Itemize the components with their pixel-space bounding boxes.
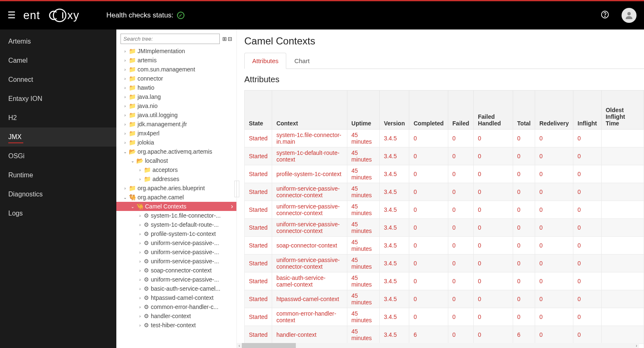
tree-node-localhost[interactable]: ⌄📂localhost	[116, 156, 236, 165]
page-title: Camel Contexts	[244, 35, 644, 47]
tree-node-java.lang[interactable]: ›📁java.lang	[116, 92, 236, 101]
tree-node-artemis[interactable]: ›📁artemis	[116, 56, 236, 65]
sidebar-item-logs[interactable]: Logs	[0, 204, 116, 223]
tree-node-context[interactable]: ›⚙soap-connector-context	[116, 266, 236, 275]
tree-node-context[interactable]: ›⚙uniform-service-passive-...	[116, 238, 236, 248]
cell-context: uniform-service-passive-connector-contex…	[272, 255, 347, 272]
column-header[interactable]: Context	[272, 91, 347, 130]
scroll-right-icon[interactable]: ›	[634, 343, 639, 348]
caret-icon: ›	[138, 232, 142, 236]
column-header[interactable]: Failed Handled	[474, 91, 513, 130]
column-header[interactable]: Version	[379, 91, 409, 130]
tree-node-context[interactable]: ›⚙common-error-handler-c...	[116, 302, 236, 311]
cell-fh: 0	[474, 255, 513, 272]
cell-redelivery: 0	[535, 201, 573, 219]
column-header[interactable]: Failed	[448, 91, 473, 130]
cell-fh: 0	[474, 308, 513, 326]
sidebar-item-artemis[interactable]: Artemis	[0, 32, 116, 51]
horizontal-scrollbar[interactable]: ‹ ›	[237, 343, 639, 348]
column-header[interactable]: Redelivery	[535, 91, 573, 130]
cell-oldest	[601, 147, 644, 165]
collapse-all-icon[interactable]: ⊟	[228, 36, 232, 42]
user-avatar[interactable]	[622, 8, 637, 23]
attributes-table: StateContextUptimeVersionCompletedFailed…	[244, 90, 644, 348]
table-row[interactable]: Startedsystem-1c-default-route-context45…	[245, 147, 644, 165]
tree-node-context[interactable]: ›⚙handler-context	[116, 311, 236, 321]
tree-node-context[interactable]: ›⚙test-hiber-context	[116, 321, 236, 330]
column-header[interactable]: Total	[513, 91, 535, 130]
sidebar-item-jmx[interactable]: JMX	[0, 127, 116, 147]
tree-node-jdk.management.jfr[interactable]: ›📁jdk.management.jfr	[116, 120, 236, 129]
expand-all-icon[interactable]: ⊞	[222, 36, 227, 42]
table-row[interactable]: Starteduniform-service-passive-connector…	[245, 219, 644, 237]
column-header[interactable]: State	[245, 91, 272, 130]
tree-node-jmx4perl[interactable]: ›📁jmx4perl	[116, 129, 236, 138]
table-row[interactable]: Startedprofile-system-1c-context45 minut…	[245, 165, 644, 183]
table-row[interactable]: Starteduniform-service-passive-connector…	[245, 255, 644, 272]
table-row[interactable]: Startedcommon-error-handler-context45 mi…	[245, 308, 644, 326]
tree-node-java.nio[interactable]: ›📁java.nio	[116, 101, 236, 110]
sidebar-item-h2[interactable]: H2	[0, 108, 116, 127]
table-row[interactable]: Startedhtpasswd-camel-context45 minutes3…	[245, 290, 644, 308]
table-row[interactable]: Startedsystem-1c.file-connector-in.main4…	[245, 130, 644, 147]
tree-node-camel-contexts[interactable]: ⌄🐫Camel Contexts	[116, 202, 236, 211]
sidebar-item-runtime[interactable]: Runtime	[0, 166, 116, 185]
tree-node-hawtio[interactable]: ›📁hawtio	[116, 83, 236, 92]
sidebar-item-diagnostics[interactable]: Diagnostics	[0, 185, 116, 204]
tree-node-aries[interactable]: ›📁org.apache.aries.blueprint	[116, 184, 236, 193]
scroll-left-icon[interactable]: ‹	[237, 343, 242, 348]
cell-total: 0	[513, 219, 535, 237]
sidebar-item-connect[interactable]: Connect	[0, 70, 116, 89]
tree-node-context[interactable]: ›⚙htpasswd-camel-context	[116, 293, 236, 302]
tree-node-context[interactable]: ›⚙uniform-service-passive-...	[116, 275, 236, 284]
cell-version: 3.4.5	[379, 308, 409, 326]
tree-node-label: org.apache.activemq.artemis	[138, 148, 212, 155]
cell-state: Started	[245, 272, 272, 290]
tree-node-context[interactable]: ›⚙profile-system-1c-context	[116, 229, 236, 238]
sidebar-item-camel[interactable]: Camel	[0, 51, 116, 70]
hamburger-icon[interactable]: ☰	[7, 10, 16, 21]
tree-node-context[interactable]: ›⚙system-1c.file-connector-...	[116, 211, 236, 220]
tree-search-input[interactable]	[120, 34, 220, 44]
tree-node-java.util.logging[interactable]: ›📁java.util.logging	[116, 110, 236, 120]
tree-node-addresses[interactable]: ›📁addresses	[116, 174, 236, 184]
column-header[interactable]: Completed	[409, 91, 448, 130]
tab-attributes[interactable]: Attributes	[244, 53, 286, 69]
cog-icon: ⚙	[144, 276, 149, 283]
table-row[interactable]: Startedbasic-auth-service-camel-context4…	[245, 272, 644, 290]
column-header[interactable]: Inflight	[573, 91, 602, 130]
tree-node-acceptors[interactable]: ›📁acceptors	[116, 165, 236, 174]
column-header[interactable]: Oldest Inflight Time	[601, 91, 644, 130]
tab-chart[interactable]: Chart	[286, 53, 317, 69]
folder-icon: 📁	[129, 103, 136, 109]
tree-node-com.sun.management[interactable]: ›📁com.sun.management	[116, 65, 236, 74]
folder-icon: 📁	[129, 57, 136, 64]
caret-icon: ›	[123, 95, 127, 99]
sidebar: ArtemisCamelConnectEntaxy IONH2JMXOSGiRu…	[0, 29, 116, 348]
tree-node-activemq[interactable]: ⌄📂org.apache.activemq.artemis	[116, 147, 236, 156]
tree-node-context[interactable]: ›⚙uniform-service-passive-...	[116, 248, 236, 257]
table-row[interactable]: Starteduniform-service-passive-connector…	[245, 201, 644, 219]
splitter-handle-left[interactable]	[237, 181, 239, 197]
table-row[interactable]: Starteduniform-service-passive-connector…	[245, 183, 644, 201]
svg-text:xy: xy	[67, 9, 79, 22]
tree-node-connector[interactable]: ›📁connector	[116, 74, 236, 83]
cell-total: 6	[513, 326, 535, 344]
tree-node-context[interactable]: ›⚙uniform-service-passive-...	[116, 257, 236, 266]
caret-icon: ›	[123, 76, 127, 81]
sidebar-item-entaxy-ion[interactable]: Entaxy ION	[0, 89, 116, 108]
column-header[interactable]: Uptime	[347, 91, 379, 130]
cell-redelivery: 0	[535, 290, 573, 308]
table-row[interactable]: Startedsoap-connector-context45 minutes3…	[245, 237, 644, 255]
tree-node-camel[interactable]: ⌄🐫org.apache.camel	[116, 193, 236, 202]
tree-node-jolokia[interactable]: ›📁jolokia	[116, 138, 236, 147]
tree-node-context[interactable]: ›⚙basic-auth-service-camel...	[116, 284, 236, 293]
table-row[interactable]: Startedhandler-context45 minutes3.4.5600…	[245, 326, 644, 344]
tree-node-context[interactable]: ›⚙system-1c-default-route-...	[116, 220, 236, 229]
tree-node-label: jolokia	[138, 139, 154, 146]
sidebar-item-osgi[interactable]: OSGi	[0, 147, 116, 166]
help-icon[interactable]	[601, 10, 609, 21]
cell-redelivery: 0	[535, 308, 573, 326]
tree-node-JMImplementation[interactable]: ›📁JMImplementation	[116, 47, 236, 56]
cell-failed: 0	[448, 183, 473, 201]
